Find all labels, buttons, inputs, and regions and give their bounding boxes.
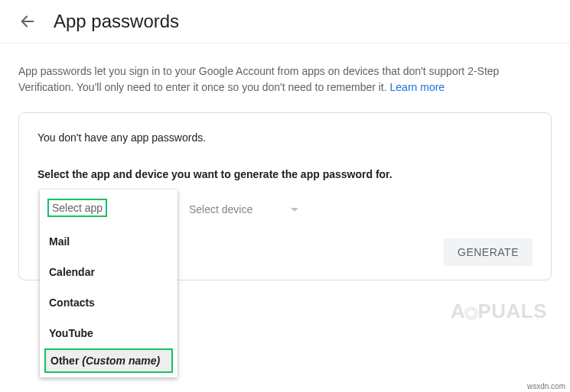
dropdown-item-calendar[interactable]: Calendar: [40, 257, 178, 287]
instruction-text: Select the app and device you want to ge…: [37, 168, 533, 180]
app-select-header[interactable]: Select app: [47, 199, 107, 217]
dropdown-item-youtube[interactable]: YouTube: [40, 318, 178, 348]
device-select-label: Select device: [189, 203, 252, 215]
back-arrow-icon[interactable]: [18, 12, 37, 31]
dropdown-item-contacts[interactable]: Contacts: [40, 287, 178, 318]
device-select[interactable]: Select device: [189, 203, 298, 215]
generate-button[interactable]: GENERATE: [444, 238, 533, 266]
header-bar: App passwords: [0, 0, 570, 44]
watermark-text-right: PUALS: [477, 300, 547, 323]
content-area: App passwords let you sign in to your Go…: [0, 44, 570, 280]
empty-state-text: You don't have any app passwords.: [37, 131, 533, 144]
dropdown-item-other[interactable]: Other (Custom name): [44, 348, 173, 373]
other-label-italic: (Custom name): [82, 355, 160, 367]
watermark-ring-icon: [464, 306, 478, 320]
watermark-text-left: A: [451, 300, 465, 323]
other-label-bold: Other: [50, 355, 82, 367]
attribution-text: wsxdn.com: [527, 382, 565, 390]
app-select-dropdown: Select app Mail Calendar Contacts YouTub…: [40, 190, 178, 377]
watermark-logo: APUALS: [451, 300, 547, 323]
dropdown-item-mail[interactable]: Mail: [40, 226, 178, 257]
chevron-down-icon: [291, 208, 298, 212]
app-passwords-card: You don't have any app passwords. Select…: [18, 112, 552, 280]
page-title: App passwords: [54, 11, 179, 32]
learn-more-link[interactable]: Learn more: [390, 81, 445, 93]
description-text: App passwords let you sign in to your Go…: [18, 63, 552, 96]
